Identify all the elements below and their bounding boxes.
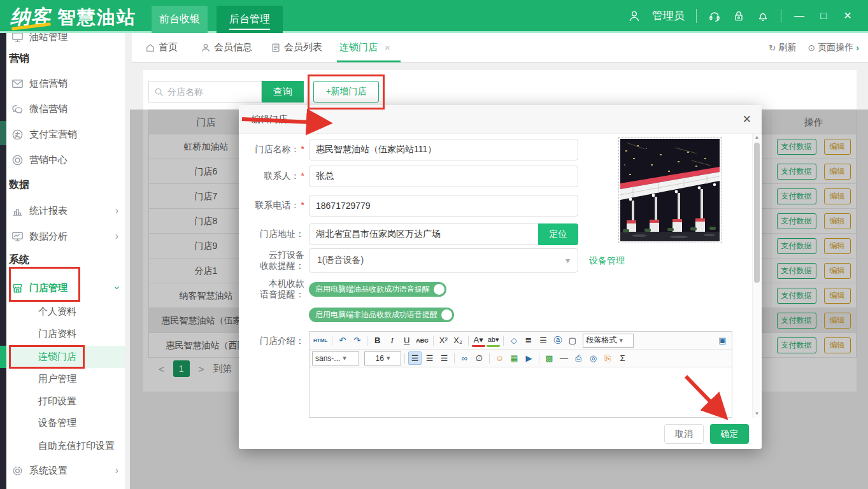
toolbar-separator[interactable] <box>503 336 504 346</box>
dialog-close-icon[interactable]: ✕ <box>743 113 751 126</box>
sidebar-item-wechat-marketing[interactable]: 微信营销 <box>0 96 127 122</box>
store-photo-upload[interactable] <box>618 137 722 243</box>
maximize-button[interactable]: □ <box>817 10 830 22</box>
unordered-list-icon[interactable]: ☰ <box>536 334 550 347</box>
nav-front-cashier[interactable]: 前台收银 <box>152 6 208 33</box>
scrollbar-thumb[interactable] <box>754 143 760 283</box>
hr-icon[interactable]: — <box>557 351 571 365</box>
sidebar-item-data-analysis[interactable]: 数据分析 <box>0 223 127 249</box>
superscript-icon[interactable]: X² <box>437 334 450 347</box>
align-right-icon[interactable]: ☰ <box>438 351 451 365</box>
cancel-button[interactable]: 取消 <box>664 424 704 444</box>
sidebar-item-sms-marketing[interactable]: 短信营销 <box>0 71 127 96</box>
remove-format-icon[interactable]: ◇ <box>507 334 520 347</box>
phone-input[interactable] <box>309 195 578 216</box>
bold-icon[interactable]: B <box>371 334 384 347</box>
toolbar-separator[interactable] <box>433 336 434 346</box>
tab-close-icon[interactable]: × <box>385 42 390 53</box>
toggle-label: 启用电脑端非油品收款成功语音提醒 <box>315 309 438 320</box>
paste-icon[interactable]: ⎘ <box>601 351 615 365</box>
nonoil-voice-toggle[interactable]: 启用电脑端非油品收款成功语音提醒 <box>309 308 454 322</box>
underline-icon[interactable]: U <box>400 334 413 347</box>
highlight-color-icon[interactable]: ab▾ <box>487 334 501 347</box>
emoticon-icon[interactable]: ☺ <box>493 351 506 365</box>
minimize-button[interactable]: — <box>793 10 806 22</box>
toolbar-separator[interactable] <box>539 353 539 364</box>
tab-home[interactable]: 首页 <box>145 33 178 62</box>
align-center-icon[interactable]: ☰ <box>423 351 436 365</box>
toolbar-separator[interactable] <box>454 353 455 364</box>
sidebar-item-statistics-report[interactable]: 统计报表 <box>0 198 127 223</box>
italic-icon[interactable]: I <box>385 334 399 347</box>
device-manage-link[interactable]: 设备管理 <box>589 255 625 267</box>
nav-back-manage[interactable]: 后台管理 <box>217 6 283 33</box>
sidebar-subitem-print-settings[interactable]: 打印设置 <box>0 390 127 412</box>
video-icon[interactable]: ▶ <box>522 351 536 365</box>
font-family-select[interactable]: sans-... <box>312 351 359 365</box>
close-window-button[interactable]: ✕ <box>841 10 854 22</box>
font-size-select[interactable]: 16 <box>364 351 401 365</box>
bell-icon[interactable] <box>757 10 769 22</box>
formula-icon[interactable]: Σ <box>616 351 629 365</box>
new-document-icon[interactable]: ▢ <box>566 334 579 347</box>
editor-content-area[interactable] <box>309 367 732 417</box>
refresh-action[interactable]: ↻ 刷新 <box>769 42 797 53</box>
dialog-scrollbar: ▲ ▼ <box>752 134 760 418</box>
anchor-icon[interactable]: ⓐ <box>551 334 564 347</box>
nav-active-underline <box>229 29 270 30</box>
lock-icon[interactable] <box>732 10 745 22</box>
query-button[interactable]: 查询 <box>262 81 304 103</box>
locate-button[interactable]: 定位 <box>538 223 578 245</box>
tab-chain-stores[interactable]: 连锁门店 × <box>339 33 390 62</box>
sidebar-item-station-manage[interactable]: 油站管理 <box>0 33 127 50</box>
sidebar-subitem-selfservice-recharge-print[interactable]: 自助充值打印设置 <box>0 435 127 457</box>
sidebar-subitem-chain-stores[interactable]: 连锁门店 <box>0 346 127 368</box>
cloud-device-select[interactable]: 1(语音设备) <box>309 248 578 273</box>
subscript-icon[interactable]: X₂ <box>452 334 465 347</box>
sidebar-subitem-user-manage[interactable]: 用户管理 <box>0 368 127 390</box>
align-left-icon[interactable]: ☰ <box>408 351 422 365</box>
contact-input[interactable] <box>309 166 578 187</box>
html-source-icon[interactable]: HTML <box>312 334 329 347</box>
toolbar-separator[interactable] <box>367 336 367 346</box>
sidebar-item-alipay-marketing[interactable]: 支付宝营销 <box>0 122 127 147</box>
ordered-list-icon[interactable]: ≣ <box>522 334 535 347</box>
undo-icon[interactable]: ↶ <box>336 334 349 347</box>
headset-icon[interactable] <box>708 10 721 22</box>
sidebar-item-system-settings[interactable]: 系统设置 <box>0 458 127 483</box>
toolbar-separator[interactable] <box>468 336 469 346</box>
add-store-button[interactable]: +新增门店 <box>313 81 379 103</box>
sidebar-item-marketing-center[interactable]: 营销中心 <box>0 147 127 173</box>
sidebar-subitem-store-profile[interactable]: 门店资料 <box>0 323 127 344</box>
map-icon[interactable]: ▩ <box>543 351 556 365</box>
toolbar-separator[interactable] <box>332 336 332 346</box>
rail-scroll-thumb[interactable] <box>0 121 6 145</box>
sidebar-subitem-device-manage[interactable]: 设备管理 <box>0 412 127 434</box>
unlink-icon[interactable]: ∅ <box>473 351 486 365</box>
confirm-button[interactable]: 确定 <box>710 424 749 444</box>
redo-icon[interactable]: ↷ <box>350 334 364 347</box>
image-icon[interactable]: ▦ <box>508 351 521 365</box>
print-icon[interactable]: ⎙ <box>572 351 585 365</box>
scroll-up-arrow[interactable]: ▲ <box>753 134 761 141</box>
username-label[interactable]: 管理员 <box>652 8 685 23</box>
target-icon <box>11 154 24 166</box>
font-color-icon[interactable]: A▾ <box>472 334 485 347</box>
toggle-label: 启用电脑端油品收款成功语音提醒 <box>315 284 430 295</box>
tab-member-list[interactable]: 会员列表 <box>271 33 322 62</box>
preview-icon[interactable]: ◎ <box>587 351 600 365</box>
sidebar-subitem-personal-profile[interactable]: 个人资料 <box>0 301 127 322</box>
alipay-icon <box>11 129 24 141</box>
strikethrough-icon[interactable]: ABC <box>415 334 430 347</box>
store-search-input[interactable] <box>167 87 250 97</box>
toolbar-separator[interactable] <box>489 353 490 364</box>
link-icon[interactable]: ∞ <box>458 351 471 365</box>
page-ops-action[interactable]: ⊙ 页面操作 › <box>808 42 859 53</box>
sidebar-item-store-manage[interactable]: 门店管理 <box>0 274 127 302</box>
oil-voice-toggle[interactable]: 启用电脑端油品收款成功语音提醒 <box>309 282 446 297</box>
tab-member-info[interactable]: 会员信息 <box>201 33 252 62</box>
fullscreen-icon[interactable]: ▣ <box>716 334 729 347</box>
scroll-down-arrow[interactable]: ▼ <box>753 410 761 418</box>
store-name-input[interactable] <box>309 139 578 160</box>
paragraph-format-select[interactable]: 段落格式 <box>583 334 634 348</box>
